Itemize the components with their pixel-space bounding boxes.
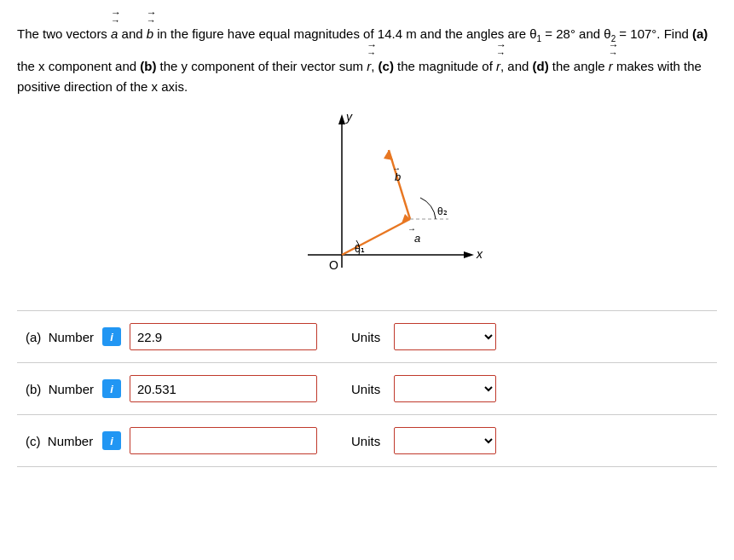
- svg-marker-1: [338, 114, 345, 124]
- info-button-b[interactable]: i: [102, 379, 121, 398]
- part-label-a: (a): [26, 330, 41, 344]
- answer-row-a: (a) Number i Units m cm km: [17, 311, 717, 363]
- diagram-container: O x y a → θ₁ b → θ₂: [17, 106, 717, 293]
- row-label-b: (b) Number: [26, 382, 94, 396]
- part-label-c: (c): [26, 434, 41, 448]
- answer-row-b: (b) Number i Units m cm km: [17, 363, 717, 415]
- svg-marker-3: [464, 251, 474, 258]
- svg-line-7: [342, 219, 410, 255]
- svg-line-12: [389, 150, 410, 219]
- number-label-c: Number: [48, 434, 93, 448]
- svg-text:θ₁: θ₁: [355, 243, 365, 255]
- svg-text:θ₂: θ₂: [437, 205, 448, 217]
- svg-text:→: →: [392, 164, 401, 173]
- row-label-a: (a) Number: [26, 330, 94, 344]
- svg-text:O: O: [329, 258, 338, 272]
- number-label-a: Number: [49, 330, 94, 344]
- number-label-b: Number: [49, 382, 94, 396]
- svg-text:x: x: [476, 247, 483, 261]
- units-select-c[interactable]: m cm km: [394, 427, 496, 454]
- diagram-svg: O x y a → θ₁ b → θ₂: [240, 106, 495, 293]
- problem-statement: The two vectors →a and →b in the figure …: [17, 14, 717, 97]
- number-input-a[interactable]: [130, 323, 317, 350]
- number-input-c[interactable]: [130, 427, 317, 454]
- svg-text:y: y: [345, 110, 353, 124]
- answer-row-c: (c) Number i Units m cm km: [17, 415, 717, 467]
- svg-text:→: →: [407, 224, 416, 234]
- units-label-b: Units: [351, 382, 385, 396]
- svg-marker-13: [384, 150, 393, 160]
- units-label-c: Units: [351, 434, 385, 448]
- units-select-a[interactable]: m cm km: [394, 323, 496, 350]
- row-label-c: (c) Number: [26, 434, 94, 448]
- part-label-b: (b): [26, 382, 41, 396]
- info-button-a[interactable]: i: [102, 327, 121, 346]
- units-label-a: Units: [351, 330, 385, 344]
- info-button-c[interactable]: i: [102, 431, 121, 450]
- answers-section: (a) Number i Units m cm km (b) Number i …: [17, 310, 717, 467]
- svg-text:a: a: [414, 232, 420, 245]
- units-select-b[interactable]: m cm km: [394, 375, 496, 402]
- number-input-b[interactable]: [130, 375, 317, 402]
